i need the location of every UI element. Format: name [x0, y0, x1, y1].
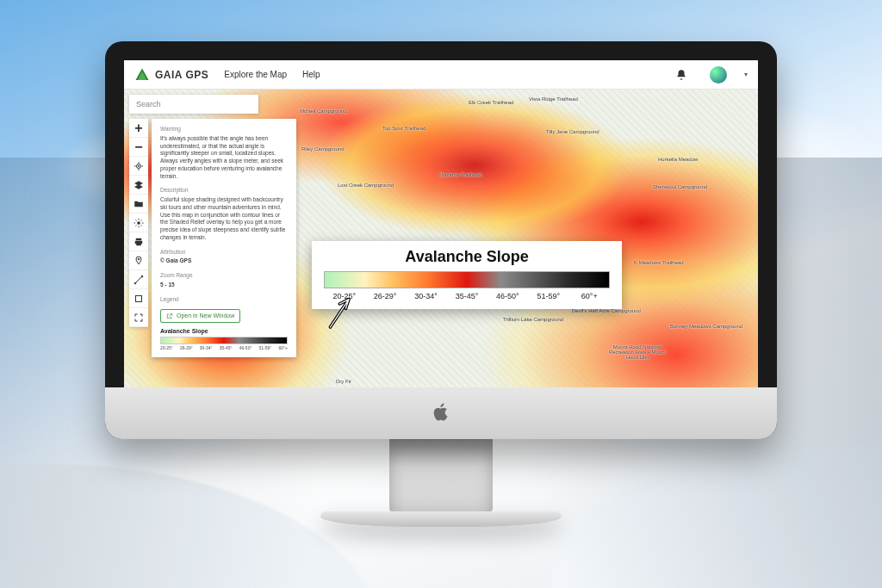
legend-r4: 46-50°	[488, 292, 528, 300]
attribution-body: © Gaia GPS	[160, 257, 288, 265]
gear-icon	[134, 218, 144, 228]
legend-r6: 60°+	[569, 292, 610, 300]
open-new-window-button[interactable]: Open in New Window	[160, 309, 240, 323]
legend-r1: 26-29°	[364, 292, 405, 300]
map-label: Mazama Trailhead	[439, 172, 481, 177]
zoom-range-body: 5 - 15	[160, 282, 288, 289]
mini-legend-labels: 20-25° 26-29° 30-34° 35-45° 46-50° 51-59…	[160, 345, 288, 350]
map-canvas[interactable]: Elk Creek Trailhead Vista Ridge Trailhea…	[124, 90, 758, 387]
mini-legend-r5: 51-59°	[259, 345, 272, 350]
layers-icon	[134, 180, 144, 190]
mini-legend-r1: 26-29°	[180, 345, 193, 350]
pin-icon	[134, 256, 144, 266]
external-link-icon	[166, 313, 173, 319]
map-label: Horkelia Meadow	[658, 157, 698, 162]
svg-point-5	[138, 258, 140, 260]
map-tool-rail: + −	[129, 119, 148, 327]
zoom-in-button[interactable]: +	[129, 119, 148, 138]
minus-icon: −	[134, 139, 142, 155]
zoom-range-heading: Zoom Range	[160, 272, 288, 280]
imac-bezel: GAIA GPS Explore the Map Help ▾ Elk Cree…	[105, 41, 777, 439]
folder-button[interactable]	[129, 195, 148, 214]
map-label: Lost Creek Campground	[338, 183, 394, 188]
area-button[interactable]	[129, 289, 148, 308]
locate-icon	[134, 161, 144, 171]
brand-logo-icon	[134, 67, 150, 83]
brand[interactable]: GAIA GPS	[134, 67, 208, 83]
apple-logo-icon	[431, 401, 451, 425]
area-icon	[134, 294, 144, 304]
map-label: Bonney Meadows Campground	[670, 324, 742, 329]
map-label: Elk Creek Trailhead	[469, 100, 513, 105]
cursor-arrow-icon	[326, 293, 357, 331]
mini-legend-r0: 20-25°	[160, 345, 173, 350]
mini-legend-r6: 60°+	[278, 345, 287, 350]
folder-icon	[134, 199, 144, 209]
map-label: Sherwood Campground	[653, 184, 707, 189]
layer-info-panel: Warning It's always possible that the an…	[152, 119, 296, 357]
svg-point-4	[138, 221, 140, 224]
warning-heading: Warning	[160, 126, 288, 133]
warning-body: It's always possible that the angle has …	[160, 135, 288, 181]
notifications-button[interactable]	[674, 67, 689, 83]
nav-explore[interactable]: Explore the Map	[224, 70, 287, 79]
locate-button[interactable]	[129, 157, 148, 176]
fullscreen-icon	[134, 313, 144, 323]
nav-help[interactable]: Help	[302, 70, 320, 79]
map-label: Mount Hood National Recreation Area – Mo…	[603, 344, 672, 360]
mini-legend-gradient	[160, 337, 288, 344]
plus-icon: +	[134, 121, 142, 136]
legend-title: Avalanche Slope	[324, 248, 610, 266]
mini-legend-r3: 35-45°	[220, 345, 233, 350]
map-label: Top Spur Trailhead	[382, 126, 425, 131]
legend-heading: Legend	[160, 296, 288, 304]
legend-gradient	[324, 271, 610, 288]
imac-stand-neck	[389, 436, 493, 513]
open-new-label: Open in New Window	[177, 313, 234, 319]
settings-button[interactable]	[129, 214, 148, 232]
svg-rect-8	[136, 295, 142, 301]
map-label: McNeil Campground	[300, 108, 347, 114]
map-label: Trillium Lake Campground	[503, 317, 563, 322]
mini-legend-r4: 46-50°	[239, 345, 252, 350]
print-icon	[134, 237, 144, 247]
layers-button[interactable]	[129, 176, 148, 195]
imac-mockup: GAIA GPS Explore the Map Help ▾ Elk Cree…	[105, 41, 777, 527]
route-icon	[134, 275, 144, 285]
map-label: Vista Ridge Trailhead	[529, 96, 578, 102]
mini-legend-title: Avalanche Slope	[160, 328, 288, 334]
legend-labels: 20-25° 26-29° 30-34° 35-45° 46-50° 51-59…	[324, 292, 610, 300]
description-heading: Description	[160, 187, 288, 195]
zoom-out-button[interactable]: −	[129, 138, 148, 157]
legend-r5: 51-59°	[528, 292, 568, 300]
imac-chin	[105, 387, 777, 439]
mini-legend-r2: 30-34°	[200, 345, 213, 350]
app-screen: GAIA GPS Explore the Map Help ▾ Elk Cree…	[124, 60, 758, 387]
attribution-heading: Attribution	[160, 249, 288, 257]
user-avatar[interactable]	[710, 66, 727, 84]
svg-point-3	[138, 165, 140, 167]
legend-r3: 35-45°	[446, 292, 487, 300]
legend-callout: Avalanche Slope 20-25° 26-29° 30-34° 35-…	[312, 241, 622, 309]
search-placeholder: Search	[136, 100, 161, 108]
svg-point-7	[141, 275, 143, 277]
chevron-down-icon: ▾	[744, 71, 748, 78]
bell-icon	[675, 69, 687, 81]
map-label: Tilly Jane Campground	[546, 129, 599, 134]
print-button[interactable]	[129, 232, 148, 251]
map-label: Dry Fir	[336, 379, 351, 384]
map-label: Riley Campground	[301, 146, 345, 152]
app-header: GAIA GPS Explore the Map Help ▾	[124, 60, 758, 90]
brand-text: GAIA GPS	[155, 69, 208, 81]
imac-stand-foot	[320, 511, 562, 527]
waypoint-button[interactable]	[129, 251, 148, 270]
annotation-arrow	[326, 293, 357, 331]
fullscreen-button[interactable]	[129, 308, 148, 327]
map-label: K Meadows Trailhead	[634, 260, 684, 265]
route-button[interactable]	[129, 270, 148, 289]
svg-point-6	[134, 282, 136, 284]
legend-r2: 30-34°	[406, 292, 446, 300]
description-body: Colorful slope shading designed with bac…	[160, 196, 288, 242]
search-input[interactable]: Search	[129, 95, 258, 114]
